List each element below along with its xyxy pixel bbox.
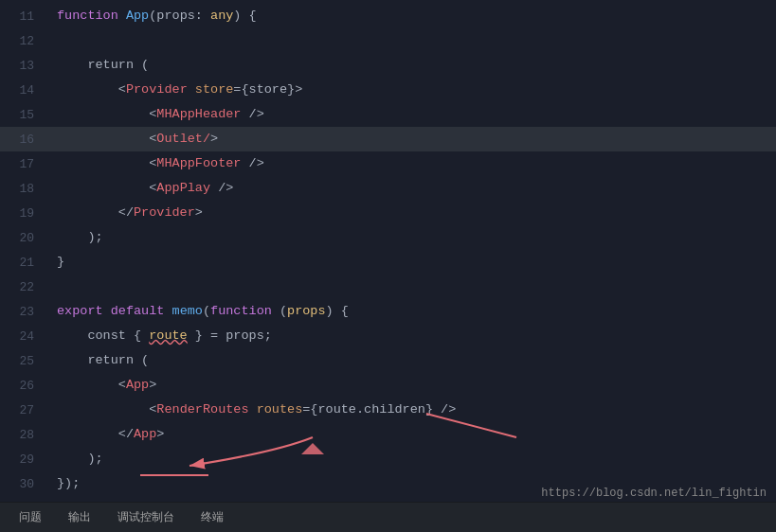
line-content: </Provider> [47, 201, 776, 225]
line-content: ); [47, 447, 776, 471]
code-line: 24 const { route } = props; [0, 324, 776, 348]
line-content: <App> [47, 373, 776, 398]
line-number: 18 [0, 182, 47, 196]
line-content: const { route } = props; [47, 324, 776, 348]
line-content: <Provider store={store}> [47, 78, 776, 102]
code-line: 13 return ( [0, 53, 776, 78]
line-number: 21 [0, 256, 47, 270]
line-content: return ( [47, 348, 776, 373]
line-number: 26 [0, 379, 47, 393]
code-line: 27 <RenderRoutes routes={route.children}… [0, 398, 776, 422]
line-content: <MHAppHeader /> [47, 102, 776, 127]
bottom-tab[interactable]: 问题 [8, 505, 53, 531]
line-content: return ( [47, 53, 776, 78]
code-line: 21} [0, 250, 776, 275]
line-content: function App(props: any) { [47, 4, 776, 28]
line-number: 14 [0, 83, 47, 98]
line-number: 19 [0, 206, 47, 221]
line-number: 22 [0, 280, 47, 294]
code-line: 11function App(props: any) { [0, 4, 776, 28]
line-number: 23 [0, 305, 47, 319]
code-line: 28 </App> [0, 422, 776, 447]
bottom-tab[interactable]: 调试控制台 [106, 505, 186, 531]
line-content: <RenderRoutes routes={route.children} /> [47, 398, 776, 422]
code-line: 15 <MHAppHeader /> [0, 102, 776, 127]
editor-container: 11function App(props: any) {12 13 return… [0, 0, 776, 532]
code-line: 12 [0, 28, 776, 53]
line-number: 13 [0, 59, 47, 73]
line-content: export default memo(function (props) { [47, 299, 776, 324]
line-content: } [47, 250, 776, 275]
line-content [47, 275, 776, 299]
code-line: 25 return ( [0, 348, 776, 373]
code-line: 20 ); [0, 225, 776, 250]
bottom-tab[interactable]: 输出 [57, 505, 102, 531]
line-number: 15 [0, 108, 47, 122]
line-number: 24 [0, 329, 47, 344]
bottom-bar: 问题输出调试控制台终端 [0, 502, 776, 532]
url-text: https://blog.csdn.net/lin_fightin [541, 487, 767, 500]
line-number: 30 [0, 477, 47, 491]
line-content [47, 28, 776, 53]
code-line: 17 <MHAppFooter /> [0, 151, 776, 176]
code-line: 14 <Provider store={store}> [0, 78, 776, 102]
line-number: 12 [0, 34, 47, 48]
code-line: 16 <Outlet/> [0, 127, 776, 151]
line-number: 11 [0, 9, 47, 24]
line-content: <AppPlay /> [47, 176, 776, 201]
line-number: 25 [0, 354, 47, 368]
code-line: 23export default memo(function (props) { [0, 299, 776, 324]
code-line: 26 <App> [0, 373, 776, 398]
line-number: 27 [0, 403, 47, 417]
line-number: 29 [0, 452, 47, 467]
line-content: <Outlet/> [47, 127, 776, 151]
line-content: </App> [47, 422, 776, 447]
bottom-tab[interactable]: 终端 [189, 505, 235, 531]
code-line: 29 ); [0, 447, 776, 471]
line-content: <MHAppFooter /> [47, 151, 776, 176]
line-number: 28 [0, 428, 47, 442]
code-line: 18 <AppPlay /> [0, 176, 776, 201]
code-line: 22 [0, 275, 776, 299]
line-content: ); [47, 225, 776, 250]
code-line: 19 </Provider> [0, 201, 776, 225]
line-number: 16 [0, 133, 47, 147]
line-number: 20 [0, 231, 47, 245]
line-number: 17 [0, 157, 47, 171]
